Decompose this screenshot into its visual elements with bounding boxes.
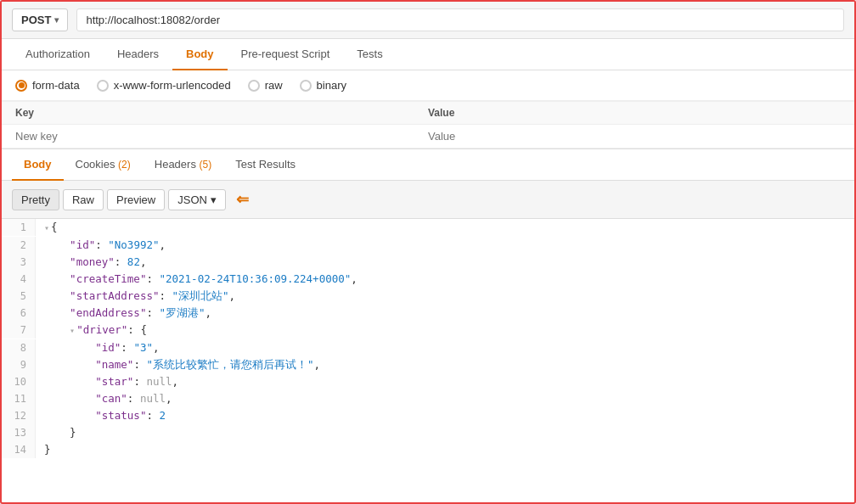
line-num-9: 9: [2, 356, 36, 373]
app-container: POST ▾ Authorization Headers Body Pre-re…: [0, 0, 856, 504]
radio-binary-label: binary: [317, 79, 346, 92]
kv-col-value-header: Value: [428, 107, 841, 119]
body-options: form-data x-www-form-urlencoded raw bina…: [2, 70, 854, 101]
code-line-6: 6 "endAddress": "罗湖港",: [2, 305, 854, 322]
url-input[interactable]: [76, 8, 844, 31]
radio-urlencoded-label: x-www-form-urlencoded: [114, 79, 231, 92]
line-content-4: "createTime": "2021-02-24T10:36:09.224+0…: [36, 271, 358, 288]
resp-tab-headers[interactable]: Headers (5): [143, 149, 223, 181]
line-num-5: 5: [2, 288, 36, 305]
code-line-7: 7 ▾"driver": {: [2, 322, 854, 339]
kv-value-input[interactable]: [428, 130, 841, 143]
line-content-1: ▾{: [36, 219, 58, 237]
pretty-btn[interactable]: Pretty: [12, 189, 59, 210]
line-content-10: "star": null,: [36, 373, 178, 390]
json-dropdown[interactable]: JSON ▾: [168, 189, 226, 210]
line-num-2: 2: [2, 237, 36, 254]
code-line-5: 5 "startAddress": "深圳北站",: [2, 288, 854, 305]
line-content-2: "id": "No3992",: [36, 237, 166, 254]
radio-urlencoded-circle: [97, 80, 109, 92]
method-chevron: ▾: [54, 15, 59, 25]
kv-col-key-header: Key: [15, 107, 428, 119]
radio-raw-circle: [248, 80, 260, 92]
tab-body[interactable]: Body: [172, 39, 228, 70]
line-num-11: 11: [2, 390, 36, 407]
line-num-3: 3: [2, 254, 36, 271]
resp-tab-headers-label: Headers: [155, 158, 196, 171]
line-num-13: 13: [2, 424, 36, 441]
method-label: POST: [21, 14, 51, 26]
line-num-1: 1: [2, 219, 36, 236]
code-line-12: 12 "status": 2: [2, 407, 854, 424]
radio-form-data[interactable]: form-data: [15, 79, 80, 92]
line-num-6: 6: [2, 305, 36, 322]
line-content-8: "id": "3",: [36, 339, 160, 356]
resp-tab-cookies[interactable]: Cookies (2): [64, 149, 143, 181]
wrap-btn[interactable]: ⇐: [229, 188, 256, 211]
line-content-6: "endAddress": "罗湖港",: [36, 305, 211, 322]
resp-tab-test-results-label: Test Results: [235, 158, 296, 171]
line-num-12: 12: [2, 407, 36, 424]
radio-raw-label: raw: [265, 79, 283, 92]
response-tabs: Body Cookies (2) Headers (5) Test Result…: [2, 149, 854, 181]
radio-form-data-circle: [15, 80, 27, 92]
resp-tab-body-label: Body: [24, 158, 52, 171]
line-content-5: "startAddress": "深圳北站",: [36, 288, 235, 305]
line-num-7: 7: [2, 322, 36, 339]
raw-btn[interactable]: Raw: [63, 189, 104, 210]
code-line-11: 11 "can": null,: [2, 390, 854, 407]
json-chevron: ▾: [211, 193, 217, 206]
code-line-14: 14 }: [2, 441, 854, 458]
resp-tab-body[interactable]: Body: [12, 149, 64, 181]
preview-btn[interactable]: Preview: [107, 189, 165, 210]
radio-form-data-label: form-data: [32, 79, 80, 92]
resp-tab-cookies-label: Cookies: [76, 158, 115, 171]
resp-tab-cookies-badge: (2): [118, 159, 131, 171]
resp-toolbar: Pretty Raw Preview JSON ▾ ⇐: [2, 181, 854, 219]
resp-tab-test-results[interactable]: Test Results: [223, 149, 307, 181]
resp-tab-headers-badge: (5): [200, 159, 212, 171]
request-tabs: Authorization Headers Body Pre-request S…: [2, 39, 854, 70]
line-num-14: 14: [2, 441, 36, 458]
line-content-11: "can": null,: [36, 390, 172, 407]
top-bar: POST ▾: [2, 2, 854, 39]
line-num-4: 4: [2, 271, 36, 288]
tab-headers[interactable]: Headers: [104, 39, 172, 70]
code-line-9: 9 "name": "系统比较繁忙，请您稍后再试！",: [2, 356, 854, 373]
tab-tests[interactable]: Tests: [343, 39, 396, 70]
code-line-4: 4 "createTime": "2021-02-24T10:36:09.224…: [2, 271, 854, 288]
method-dropdown[interactable]: POST ▾: [12, 8, 68, 31]
line-num-8: 8: [2, 339, 36, 356]
code-area: 1 ▾{ 2 "id": "No3992", 3 "money": 82, 4 …: [2, 219, 854, 458]
radio-binary[interactable]: binary: [300, 79, 346, 92]
code-line-8: 8 "id": "3",: [2, 339, 854, 356]
line-num-10: 10: [2, 373, 36, 390]
line-content-13: }: [36, 424, 76, 441]
radio-raw[interactable]: raw: [248, 79, 283, 92]
line-content-12: "status": 2: [36, 407, 166, 424]
kv-table: Key Value: [2, 101, 854, 149]
code-line-3: 3 "money": 82,: [2, 254, 854, 271]
line-content-3: "money": 82,: [36, 254, 146, 271]
line-content-14: }: [36, 441, 51, 458]
wrap-icon: ⇐: [236, 190, 249, 209]
kv-new-row: [2, 125, 854, 148]
code-line-13: 13 }: [2, 424, 854, 441]
kv-key-input[interactable]: [15, 130, 428, 143]
code-line-2: 2 "id": "No3992",: [2, 237, 854, 254]
radio-urlencoded[interactable]: x-www-form-urlencoded: [97, 79, 231, 92]
kv-header: Key Value: [2, 101, 854, 125]
tab-pre-request-script[interactable]: Pre-request Script: [228, 39, 344, 70]
radio-binary-circle: [300, 80, 312, 92]
line-content-7: ▾"driver": {: [36, 322, 147, 339]
code-line-1: 1 ▾{: [2, 219, 854, 237]
json-label: JSON: [177, 193, 207, 206]
code-line-10: 10 "star": null,: [2, 373, 854, 390]
line-content-9: "name": "系统比较繁忙，请您稍后再试！",: [36, 356, 320, 373]
tab-authorization[interactable]: Authorization: [12, 39, 104, 70]
